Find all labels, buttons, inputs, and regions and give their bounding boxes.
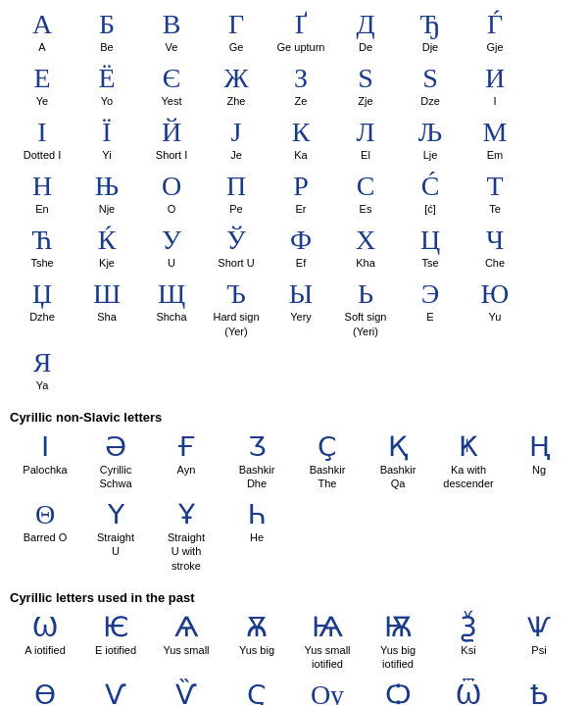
letter-cell: ҢNg [504,430,574,492]
letter-cell: ВVe [139,8,204,56]
letter-glyph: Ć [421,172,440,202]
letter-name: Ksi [461,643,475,657]
letter-cell: ЯYa [10,346,74,394]
letter-cell: ҐGe upturn [269,8,333,56]
letter-cell: ΘBarred O [10,498,80,575]
letter-glyph: Р [293,172,309,202]
letter-cell: ѪYus big [221,611,292,673]
section-title-nonslavic: Cyrillic non-Slavic letters [10,410,578,425]
letter-glyph: Ќ [98,226,117,256]
letter-name: Dze [420,94,440,108]
letter-glyph: Н [32,172,52,202]
letter-name: Short U [218,256,254,270]
letter-cell: ЅZje [333,62,398,110]
letter-cell: ҺHe [221,498,292,575]
letter-glyph: Ч [486,226,504,256]
letter-cell: ӀPalochka [10,430,80,492]
letter-glyph: Ґ [295,10,308,40]
letter-name: A [38,40,45,54]
letter-glyph: Э [421,279,439,310]
letter-glyph: S [422,64,438,94]
letter-name: En [35,202,48,216]
letter-cell: МEm [463,116,527,164]
letter-name: Sha [97,310,117,324]
letter-cell: JJe [204,116,269,164]
letter-cell: ЄYest [139,62,204,110]
letter-cell: ҚBashkir Qa [363,430,433,492]
letter-glyph: Ю [481,279,510,310]
letter-name: E [426,310,433,324]
letter-name: O [168,202,176,216]
letter-name: El [361,148,370,162]
letter-cell: ЎShort U [204,224,269,272]
letter-glyph: І [37,118,46,148]
letter-name: Ya [36,378,49,392]
letter-cell: ѮKsi [433,611,504,673]
letter-name: Zje [358,94,372,108]
letter-cell: КKa [269,116,333,164]
letter-name: Bashkir The [310,463,346,491]
letter-cell: ѺOmega [363,679,433,705]
letter-name: Kje [99,256,115,270]
letter-glyph: Ц [420,226,440,256]
letter-cell: ҌYat [504,679,574,705]
letter-glyph: Ш [93,279,121,310]
letter-glyph: Х [356,226,375,256]
letter-cell: ЖZhe [204,62,269,110]
letter-glyph: М [483,118,508,148]
letter-cell: АA [10,8,74,56]
letter-glyph: Һ [248,500,267,530]
letter-cell: ҀKoppa [221,679,292,705]
letter-glyph: Ҝ [459,432,478,463]
letter-glyph: Л [357,118,375,148]
letter-name: Tshe [30,256,53,270]
letter-glyph: Ы [289,279,313,310]
letter-glyph: Ѿ [456,680,481,705]
letter-name: Short I [156,148,187,162]
letter-cell: ѾOt [433,679,504,705]
letter-glyph: Ъ [226,279,246,310]
letter-glyph: Т [486,172,503,202]
letter-cell: ҪBashkir The [292,430,363,492]
letter-glyph: Ь [358,279,373,310]
letter-cell: НEn [10,170,74,218]
letter-name: Dotted I [24,148,62,162]
letter-glyph: Ѵ [105,680,126,705]
letter-cell: ЩShcha [139,277,204,339]
letter-name: E iotified [95,643,136,657]
letter-cell: ТTe [463,170,527,218]
letter-glyph: Θ [35,500,55,530]
letter-glyph: Ə [105,432,126,463]
letter-glyph: Ѫ [246,613,268,643]
letter-cell: ҰStraight U with stroke [151,498,221,575]
letter-cell: ѴIzhitsa [80,679,151,705]
letter-name: Hard sign (Yer) [213,310,259,338]
letter-cell: ЬSoft sign (Yeri) [333,277,398,339]
letter-cell: УU [139,224,204,272]
letter-name: Ge upturn [277,40,325,54]
letter-name: Je [230,148,242,162]
letter-name: Er [296,202,307,216]
letter-glyph: Љ [418,118,442,148]
letter-cell: ЁYo [74,62,139,110]
letter-name: Gje [486,40,503,54]
letter-glyph: О [162,172,181,202]
letter-cell: ѶIzhitsa okovy [151,679,221,705]
letter-cell: ЃGje [463,8,527,56]
letter-name: U [168,256,175,270]
letter-glyph: Щ [158,279,185,310]
letter-cell: ЦTse [398,224,463,272]
letter-cell: РEr [269,170,333,218]
letter-name: [ć] [424,202,436,216]
letter-name: Palochka [23,463,67,477]
letter-name: Ve [166,40,178,54]
letter-glyph: Ӡ [248,432,267,463]
letter-glyph: Ѷ [175,680,197,705]
letter-glyph: Ҁ [247,680,267,705]
letter-name: Yus small iotified [304,643,350,672]
letter-name: De [359,40,372,54]
letter-cell: ѤE iotified [80,611,151,673]
letter-name: Ka with descender [443,463,493,491]
letter-glyph: Ђ [419,10,440,40]
letter-glyph: Г [228,10,244,40]
